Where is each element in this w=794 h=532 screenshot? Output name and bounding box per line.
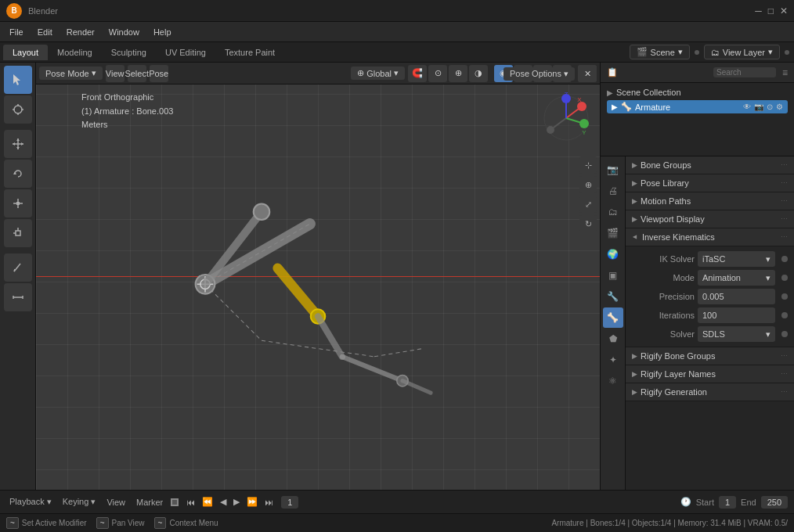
ik-precision-value[interactable]: 0.005 — [698, 289, 775, 304]
timeline-marker-menu[interactable]: Marker — [133, 496, 166, 509]
armature-settings-icon[interactable]: ⚙ — [776, 102, 783, 111]
minimize-button[interactable]: ─ — [755, 5, 762, 16]
current-frame[interactable]: 1 — [281, 496, 298, 509]
armature-eye-icon[interactable]: 👁 — [743, 102, 751, 111]
timeline-view-menu[interactable]: View — [103, 496, 128, 509]
menu-help[interactable]: Help — [147, 26, 178, 38]
step-back-button[interactable]: ⏪ — [199, 495, 216, 509]
section-rigify-generation[interactable]: ▶ Rigify Generation ⋯ — [626, 383, 794, 401]
window-controls[interactable]: ─ □ ✕ — [755, 5, 788, 16]
viewport[interactable]: Pose Mode ▾ View Select Pose ⊕ Global ▾ … — [36, 63, 600, 490]
vp-tool-1[interactable]: ⊹ — [579, 156, 597, 174]
section-rigify-bone-groups[interactable]: ▶ Rigify Bone Groups ⋯ — [626, 347, 794, 365]
viewport-gizmo[interactable]: X Y Z — [539, 91, 594, 146]
vp-tool-3[interactable]: ⤢ — [579, 196, 597, 213]
armature-row[interactable]: ▶ 🦴 Armature 👁 📷 ⊙ ⚙ — [607, 100, 788, 113]
props-icon-view-layer[interactable]: 🗂 — [603, 202, 623, 222]
props-icon-material[interactable]: ⬟ — [603, 329, 623, 349]
jump-end-button[interactable]: ⏭ — [262, 496, 276, 509]
close-button[interactable]: ✕ — [780, 5, 788, 16]
tab-uv-editing[interactable]: UV Editing — [156, 45, 215, 60]
props-icon-object-data[interactable]: 🦴 — [603, 307, 623, 328]
timeline-keying-menu[interactable]: Keying ▾ — [60, 495, 99, 509]
tab-modeling[interactable]: Modeling — [48, 45, 102, 60]
tool-measure[interactable] — [4, 283, 32, 311]
scene-selector[interactable]: 🎬 Scene ▾ — [630, 45, 690, 59]
ik-solver-dropdown[interactable]: iTaSC ▾ — [698, 251, 775, 267]
play-button[interactable]: ▶ — [230, 495, 243, 509]
menu-window[interactable]: Window — [103, 26, 146, 38]
tab-layout[interactable]: Layout — [3, 45, 48, 60]
ik-solver-row: IK Solver iTaSC ▾ — [626, 250, 794, 268]
menu-file[interactable]: File — [3, 26, 30, 38]
tool-rotate[interactable] — [4, 160, 32, 188]
props-icon-modifier[interactable]: 🔧 — [603, 286, 623, 307]
svg-line-22 — [14, 269, 15, 271]
svg-line-27 — [205, 284, 262, 340]
props-icon-physics[interactable]: ⚛ — [603, 371, 623, 391]
tool-select[interactable] — [4, 66, 32, 94]
section-rigify-layer-names-dots: ⋯ — [781, 370, 788, 378]
vp-tool-4[interactable]: ↻ — [579, 215, 597, 232]
view-layer-close[interactable] — [785, 50, 789, 55]
svg-marker-8 — [16, 138, 20, 141]
armature-camera-icon[interactable]: 📷 — [754, 102, 763, 111]
tool-scale[interactable] — [4, 189, 32, 217]
keyframe-dot — [171, 498, 179, 506]
props-icon-world[interactable]: 🌍 — [603, 244, 623, 264]
props-icon-output[interactable]: 🖨 — [603, 181, 623, 201]
play-back-button[interactable]: ◀ — [217, 495, 229, 509]
section-pose-library-dots: ⋯ — [781, 179, 788, 187]
ik-mode-dropdown[interactable]: Animation ▾ — [698, 270, 775, 286]
ik-iterations-value[interactable]: 100 — [698, 307, 775, 323]
tool-annotate[interactable] — [4, 253, 32, 282]
scene-collection-row[interactable]: ▶ Scene Collection — [607, 86, 788, 99]
outliner-content: ▶ Scene Collection ▶ 🦴 Armature 👁 📷 ⊙ ⚙ — [601, 83, 794, 156]
start-frame[interactable]: 1 — [719, 496, 736, 509]
view-layer-selector[interactable]: 🗂 View Layer ▾ — [704, 45, 780, 59]
ik-iterations-dot — [781, 312, 788, 318]
section-ik-triangle: ▼ — [631, 234, 639, 241]
tab-sculpting[interactable]: Sculpting — [102, 45, 156, 60]
props-icon-render[interactable]: 📷 — [603, 160, 623, 180]
timeline-playback-menu[interactable]: Playback ▾ — [6, 495, 55, 509]
props-icon-particles[interactable]: ✦ — [603, 350, 623, 370]
svg-text:Y: Y — [582, 129, 586, 136]
section-motion-paths-label: Motion Paths — [641, 196, 691, 206]
ik-solver2-dropdown[interactable]: SDLS ▾ — [698, 326, 775, 342]
section-motion-paths[interactable]: ▶ Motion Paths ⋯ — [626, 192, 794, 210]
vp-tool-2[interactable]: ⊕ — [579, 176, 597, 193]
outliner-search[interactable] — [713, 67, 776, 77]
start-label: Start — [696, 498, 714, 507]
armature-render-icon[interactable]: ⊙ — [767, 102, 773, 111]
props-icon-scene[interactable]: 🎬 — [603, 223, 623, 243]
tool-cursor[interactable] — [4, 95, 32, 124]
ik-solver-dot — [781, 256, 788, 262]
scene-close[interactable] — [695, 50, 699, 55]
section-viewport-display-label: Viewport Display — [641, 214, 705, 224]
menu-edit[interactable]: Edit — [31, 26, 59, 38]
section-inverse-kinematics[interactable]: ▼ Inverse Kinematics ⋯ — [626, 228, 794, 246]
svg-marker-10 — [13, 142, 15, 146]
menu-render[interactable]: Render — [60, 26, 101, 38]
svg-point-36 — [254, 203, 270, 220]
section-rigify-layer-names[interactable]: ▶ Rigify Layer Names ⋯ — [626, 365, 794, 383]
tool-transform[interactable] — [4, 219, 32, 247]
section-bone-groups[interactable]: ▶ Bone Groups ⋯ — [626, 156, 794, 174]
section-pose-library[interactable]: ▶ Pose Library ⋯ — [626, 174, 794, 192]
svg-text:Z: Z — [565, 91, 568, 98]
outliner-filter-icon[interactable]: ≡ — [782, 67, 788, 78]
step-forward-button[interactable]: ⏩ — [244, 495, 261, 509]
transport-controls: ⏮ ⏪ ◀ ▶ ⏩ ⏭ — [183, 495, 276, 509]
status-key-2: ~ — [96, 517, 109, 529]
tool-move[interactable] — [4, 130, 32, 158]
maximize-button[interactable]: □ — [768, 5, 774, 16]
section-ik-dots: ⋯ — [781, 233, 788, 241]
tab-texture-paint[interactable]: Texture Paint — [215, 45, 284, 60]
section-viewport-display[interactable]: ▶ Viewport Display ⋯ — [626, 210, 794, 228]
props-icon-object[interactable]: ▣ — [603, 265, 623, 286]
svg-point-48 — [547, 126, 554, 134]
section-rigify-generation-label: Rigify Generation — [641, 387, 707, 397]
end-frame[interactable]: 250 — [761, 496, 788, 509]
jump-start-button[interactable]: ⏮ — [183, 496, 198, 509]
